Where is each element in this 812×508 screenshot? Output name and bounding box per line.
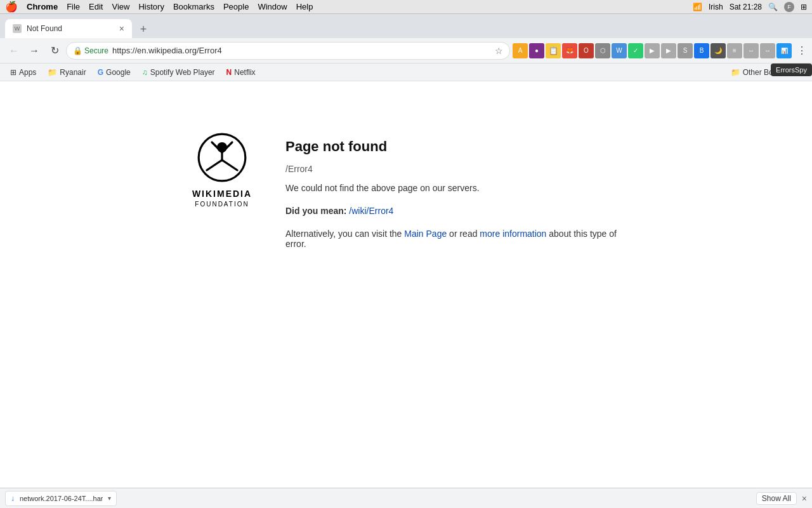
tab-bar: W Not Found × + xyxy=(0,14,812,38)
toolbar: ← → ↻ 🔒 Secure https://en.wikipedia.org/… xyxy=(0,38,812,64)
close-download-bar-button[interactable]: × xyxy=(802,493,807,504)
bookmark-spotify-label: Spotify Web Player xyxy=(150,68,215,77)
bookmark-spotify[interactable]: ♫ Spotify Web Player xyxy=(137,66,220,79)
bookmark-ryanair[interactable]: 📁 Ryanair xyxy=(43,66,91,79)
error-text-area: Page not found /Error4 We could not find… xyxy=(285,132,628,249)
search-icon[interactable]: 🔍 xyxy=(768,3,778,11)
did-you-mean-label: Did you mean: xyxy=(285,206,349,216)
ext-icon-3[interactable]: 📋 xyxy=(546,43,561,58)
bookmark-google[interactable]: G Google xyxy=(93,66,136,79)
language-indicator[interactable]: Irish xyxy=(709,3,723,11)
wikimedia-title: WIKIMEDIA xyxy=(192,188,252,201)
tab-favicon: W xyxy=(13,24,22,33)
tab-title: Not Found xyxy=(27,24,114,33)
spotify-icon: ♫ xyxy=(142,68,148,77)
view-menu-item[interactable]: View xyxy=(112,2,129,11)
error-path: /Error4 xyxy=(285,164,628,174)
ext-icon-11[interactable]: 🌙 xyxy=(710,43,726,58)
bookmark-google-label: Google xyxy=(106,68,131,77)
bookmarks-bar: ⊞ Apps 📁 Ryanair G Google ♫ Spotify Web … xyxy=(0,64,812,81)
download-filename: network.2017-06-24T....har xyxy=(20,495,103,502)
ext-icon-1[interactable]: A xyxy=(513,43,528,58)
address-bar[interactable]: 🔒 Secure https://en.wikipedia.org/Error4… xyxy=(66,42,510,60)
wikimedia-subtitle: FOUNDATION xyxy=(195,201,249,208)
show-all-button[interactable]: Show All xyxy=(756,492,797,505)
wikimedia-logo-svg xyxy=(197,132,247,183)
history-menu-item[interactable]: History xyxy=(138,2,164,11)
main-page-link[interactable]: Main Page xyxy=(404,229,447,239)
window-menu-item[interactable]: Window xyxy=(258,2,287,11)
alt-prefix: Alternatively, you can visit the xyxy=(285,229,404,239)
apple-menu[interactable]: 🍎 xyxy=(5,1,18,13)
new-tab-button[interactable]: + xyxy=(134,20,152,38)
ext-icon-chart[interactable]: 📊 xyxy=(776,43,792,58)
google-icon: G xyxy=(98,68,103,77)
lock-icon: 🔒 xyxy=(73,46,82,55)
active-tab[interactable]: W Not Found × xyxy=(5,19,132,38)
download-expand-button[interactable]: ▾ xyxy=(108,495,111,502)
bookmark-netflix[interactable]: N Netflix xyxy=(221,66,261,79)
download-item: ↓ network.2017-06-24T....har ▾ xyxy=(5,491,117,506)
reload-button[interactable]: ↻ xyxy=(46,42,63,60)
did-you-mean-link[interactable]: /wiki/Error4 xyxy=(349,206,393,216)
bookmark-star-icon[interactable]: ☆ xyxy=(495,46,503,56)
apps-grid-icon: ⊞ xyxy=(10,68,16,77)
chrome-menu-item[interactable]: Chrome xyxy=(27,2,58,11)
people-menu-item[interactable]: People xyxy=(223,2,249,11)
ext-icon-2[interactable]: ● xyxy=(529,43,544,58)
ext-icon-7[interactable]: W xyxy=(612,43,627,58)
did-you-mean: Did you mean: /wiki/Error4 xyxy=(285,206,628,216)
user-avatar[interactable]: F xyxy=(784,2,794,12)
chrome-window: W Not Found × + ← → ↻ 🔒 Secure https://e… xyxy=(0,14,812,508)
ext-icon-14[interactable]: ↔ xyxy=(760,43,775,58)
page-content: WIKIMEDIA FOUNDATION Page not found /Err… xyxy=(0,81,812,488)
edit-menu-item[interactable]: Edit xyxy=(89,2,103,11)
control-center-icon[interactable]: ⊞ xyxy=(801,3,807,11)
bookmark-netflix-label: Netflix xyxy=(234,68,255,77)
error-alternatives: Alternatively, you can visit the Main Pa… xyxy=(285,229,628,249)
chrome-menu-dots[interactable]: ⋮ xyxy=(797,44,807,57)
errorsspy-tooltip: ErrorsSpy xyxy=(771,64,812,76)
bookmark-ryanair-label: Ryanair xyxy=(60,68,86,77)
tab-close-button[interactable]: × xyxy=(119,23,124,34)
download-icon: ↓ xyxy=(11,494,15,503)
ext-icon-5[interactable]: O xyxy=(579,43,594,58)
secure-label: Secure xyxy=(84,46,108,55)
bookmark-apps-label: Apps xyxy=(19,68,36,77)
ext-icon-13[interactable]: ↔ xyxy=(743,43,759,58)
ryanair-icon: 📁 xyxy=(48,68,57,77)
wifi-icon: 📶 xyxy=(693,3,702,11)
ext-icon-b[interactable]: B xyxy=(694,43,709,58)
download-bar: ↓ network.2017-06-24T....har ▾ Show All … xyxy=(0,488,812,508)
error-heading: Page not found xyxy=(285,138,628,155)
clock: Sat 21:28 xyxy=(730,3,762,11)
bookmarks-menu-item[interactable]: Bookmarks xyxy=(173,2,214,11)
other-bookmarks-folder-icon: 📁 xyxy=(731,68,740,77)
ext-icon-9[interactable]: ▶ xyxy=(645,43,660,58)
ext-icon-8[interactable]: ✓ xyxy=(628,43,643,58)
menubar: 🍎 Chrome File Edit View History Bookmark… xyxy=(0,0,812,14)
extension-icons: A ● 📋 🦊 O ⬡ W ✓ ▶ ▶ S B 🌙 ≡ ↔ ↔ 📊 xyxy=(513,43,792,58)
forward-button[interactable]: → xyxy=(25,42,43,60)
ext-icon-4[interactable]: 🦊 xyxy=(562,43,577,58)
back-button[interactable]: ← xyxy=(5,42,23,60)
svg-point-1 xyxy=(217,142,227,152)
wikimedia-logo: WIKIMEDIA FOUNDATION xyxy=(184,132,260,208)
url-text: https://en.wikipedia.org/Error4 xyxy=(112,46,491,55)
ext-icon-s[interactable]: S xyxy=(678,43,693,58)
netflix-icon: N xyxy=(226,68,232,77)
ext-icon-10[interactable]: ▶ xyxy=(661,43,676,58)
file-menu-item[interactable]: File xyxy=(67,2,80,11)
bookmark-apps[interactable]: ⊞ Apps xyxy=(5,66,41,79)
error-description: We could not find the above page on our … xyxy=(285,183,628,193)
error-container: WIKIMEDIA FOUNDATION Page not found /Err… xyxy=(184,132,628,249)
secure-badge: 🔒 Secure xyxy=(73,46,108,55)
alt-middle: or read xyxy=(447,229,480,239)
download-right: Show All × xyxy=(756,492,807,505)
more-info-link[interactable]: more information xyxy=(480,229,546,239)
ext-icon-12[interactable]: ≡ xyxy=(727,43,742,58)
ext-icon-6[interactable]: ⬡ xyxy=(595,43,610,58)
help-menu-item[interactable]: Help xyxy=(296,2,313,11)
